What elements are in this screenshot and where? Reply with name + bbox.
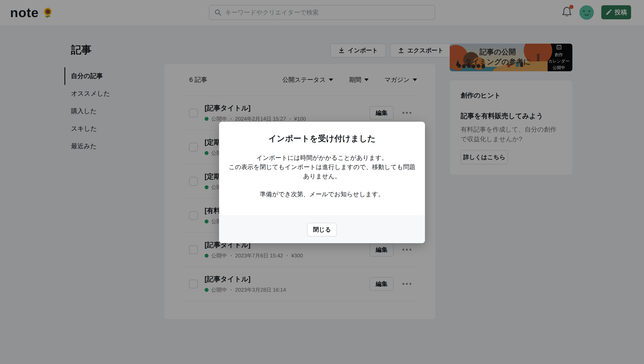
import-accepted-dialog: インポートを受け付けました インポートには時間がかかることがあります。 この表示…	[219, 122, 425, 243]
dialog-text: インポートには時間がかかることがあります。	[226, 153, 418, 162]
dialog-text: この表示を閉じてもインポートは進行しますので、移動しても問題ありません。	[226, 162, 418, 181]
note-app: note 🌻 投稿	[0, 0, 644, 364]
close-dialog-button[interactable]: 閉じる	[307, 223, 337, 236]
dialog-footer: 閉じる	[219, 216, 425, 243]
dialog-title: インポートを受け付けました	[226, 133, 418, 144]
dialog-text: 準備ができ次第、メールでお知らせします。	[226, 190, 418, 199]
